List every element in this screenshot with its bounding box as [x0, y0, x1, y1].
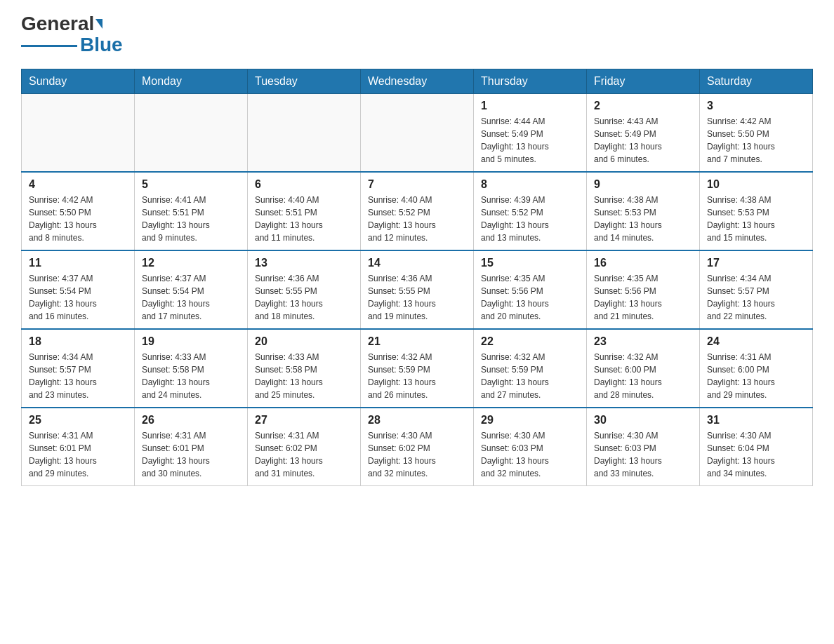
- day-number: 27: [255, 414, 353, 427]
- day-info: Sunrise: 4:39 AM Sunset: 5:52 PM Dayligh…: [481, 194, 579, 244]
- day-number: 12: [142, 257, 240, 269]
- day-info: Sunrise: 4:36 AM Sunset: 5:55 PM Dayligh…: [368, 272, 466, 323]
- day-info: Sunrise: 4:33 AM Sunset: 5:58 PM Dayligh…: [142, 351, 240, 401]
- calendar-cell: 30Sunrise: 4:30 AM Sunset: 6:03 PM Dayli…: [587, 408, 700, 486]
- calendar-cell: 7Sunrise: 4:40 AM Sunset: 5:52 PM Daylig…: [361, 172, 474, 250]
- calendar-cell: 17Sunrise: 4:34 AM Sunset: 5:57 PM Dayli…: [700, 250, 813, 329]
- day-number: 7: [368, 178, 466, 191]
- day-number: 9: [594, 178, 692, 191]
- day-number: 6: [255, 178, 353, 191]
- day-info: Sunrise: 4:40 AM Sunset: 5:51 PM Dayligh…: [255, 194, 353, 244]
- calendar-cell: 14Sunrise: 4:36 AM Sunset: 5:55 PM Dayli…: [361, 250, 474, 329]
- calendar-cell: 28Sunrise: 4:30 AM Sunset: 6:02 PM Dayli…: [361, 408, 474, 486]
- header-day-saturday: Saturday: [700, 69, 813, 94]
- day-number: 11: [29, 257, 127, 269]
- calendar-cell: [361, 94, 474, 173]
- week-row-5: 25Sunrise: 4:31 AM Sunset: 6:01 PM Dayli…: [22, 408, 813, 486]
- calendar-cell: 31Sunrise: 4:30 AM Sunset: 6:04 PM Dayli…: [700, 408, 813, 486]
- day-info: Sunrise: 4:35 AM Sunset: 5:56 PM Dayligh…: [481, 272, 579, 323]
- calendar-cell: 27Sunrise: 4:31 AM Sunset: 6:02 PM Dayli…: [248, 408, 361, 486]
- day-info: Sunrise: 4:30 AM Sunset: 6:02 PM Dayligh…: [368, 429, 466, 480]
- day-info: Sunrise: 4:31 AM Sunset: 6:02 PM Dayligh…: [255, 429, 353, 480]
- calendar-cell: 20Sunrise: 4:33 AM Sunset: 5:58 PM Dayli…: [248, 329, 361, 408]
- calendar-cell: 8Sunrise: 4:39 AM Sunset: 5:52 PM Daylig…: [474, 172, 587, 250]
- day-info: Sunrise: 4:30 AM Sunset: 6:04 PM Dayligh…: [707, 429, 805, 480]
- day-info: Sunrise: 4:42 AM Sunset: 5:50 PM Dayligh…: [29, 194, 127, 244]
- week-row-2: 4Sunrise: 4:42 AM Sunset: 5:50 PM Daylig…: [22, 172, 813, 250]
- calendar-cell: 21Sunrise: 4:32 AM Sunset: 5:59 PM Dayli…: [361, 329, 474, 408]
- calendar-cell: 23Sunrise: 4:32 AM Sunset: 6:00 PM Dayli…: [587, 329, 700, 408]
- day-number: 14: [368, 257, 466, 269]
- day-number: 29: [481, 414, 579, 427]
- day-info: Sunrise: 4:34 AM Sunset: 5:57 PM Dayligh…: [29, 351, 127, 401]
- calendar-cell: 19Sunrise: 4:33 AM Sunset: 5:58 PM Dayli…: [135, 329, 248, 408]
- logo-text-general: General: [21, 14, 94, 34]
- day-number: 16: [594, 257, 692, 269]
- calendar-cell: 13Sunrise: 4:36 AM Sunset: 5:55 PM Dayli…: [248, 250, 361, 329]
- header-day-monday: Monday: [135, 69, 248, 94]
- day-info: Sunrise: 4:35 AM Sunset: 5:56 PM Dayligh…: [594, 272, 692, 323]
- day-info: Sunrise: 4:32 AM Sunset: 6:00 PM Dayligh…: [594, 351, 692, 401]
- calendar-cell: 16Sunrise: 4:35 AM Sunset: 5:56 PM Dayli…: [587, 250, 700, 329]
- day-info: Sunrise: 4:37 AM Sunset: 5:54 PM Dayligh…: [29, 272, 127, 323]
- day-info: Sunrise: 4:32 AM Sunset: 5:59 PM Dayligh…: [368, 351, 466, 401]
- day-info: Sunrise: 4:44 AM Sunset: 5:49 PM Dayligh…: [481, 115, 579, 166]
- day-number: 17: [707, 257, 805, 269]
- day-info: Sunrise: 4:32 AM Sunset: 5:59 PM Dayligh…: [481, 351, 579, 401]
- day-number: 31: [707, 414, 805, 427]
- calendar-cell: 24Sunrise: 4:31 AM Sunset: 6:00 PM Dayli…: [700, 329, 813, 408]
- day-info: Sunrise: 4:42 AM Sunset: 5:50 PM Dayligh…: [707, 115, 805, 166]
- day-info: Sunrise: 4:31 AM Sunset: 6:00 PM Dayligh…: [707, 351, 805, 401]
- day-info: Sunrise: 4:36 AM Sunset: 5:55 PM Dayligh…: [255, 272, 353, 323]
- header-day-friday: Friday: [587, 69, 700, 94]
- logo-triangle-icon: [95, 19, 102, 29]
- week-row-1: 1Sunrise: 4:44 AM Sunset: 5:49 PM Daylig…: [22, 94, 813, 173]
- logo-line: [21, 45, 77, 47]
- calendar-cell: 18Sunrise: 4:34 AM Sunset: 5:57 PM Dayli…: [22, 329, 135, 408]
- day-info: Sunrise: 4:41 AM Sunset: 5:51 PM Dayligh…: [142, 194, 240, 244]
- logo-text-blue: Blue: [80, 35, 123, 55]
- day-info: Sunrise: 4:31 AM Sunset: 6:01 PM Dayligh…: [29, 429, 127, 480]
- day-number: 19: [142, 335, 240, 348]
- calendar-cell: 9Sunrise: 4:38 AM Sunset: 5:53 PM Daylig…: [587, 172, 700, 250]
- day-info: Sunrise: 4:40 AM Sunset: 5:52 PM Dayligh…: [368, 194, 466, 244]
- day-number: 25: [29, 414, 127, 427]
- calendar-cell: 25Sunrise: 4:31 AM Sunset: 6:01 PM Dayli…: [22, 408, 135, 486]
- day-number: 1: [481, 100, 579, 112]
- calendar-cell: 5Sunrise: 4:41 AM Sunset: 5:51 PM Daylig…: [135, 172, 248, 250]
- day-number: 20: [255, 335, 353, 348]
- day-info: Sunrise: 4:30 AM Sunset: 6:03 PM Dayligh…: [481, 429, 579, 480]
- day-info: Sunrise: 4:38 AM Sunset: 5:53 PM Dayligh…: [594, 194, 692, 244]
- calendar-cell: 22Sunrise: 4:32 AM Sunset: 5:59 PM Dayli…: [474, 329, 587, 408]
- calendar-cell: [22, 94, 135, 173]
- calendar-cell: 15Sunrise: 4:35 AM Sunset: 5:56 PM Dayli…: [474, 250, 587, 329]
- day-number: 26: [142, 414, 240, 427]
- calendar-cell: 26Sunrise: 4:31 AM Sunset: 6:01 PM Dayli…: [135, 408, 248, 486]
- day-number: 18: [29, 335, 127, 348]
- calendar-table: SundayMondayTuesdayWednesdayThursdayFrid…: [21, 69, 813, 486]
- day-number: 21: [368, 335, 466, 348]
- calendar-cell: [248, 94, 361, 173]
- day-info: Sunrise: 4:31 AM Sunset: 6:01 PM Dayligh…: [142, 429, 240, 480]
- day-info: Sunrise: 4:43 AM Sunset: 5:49 PM Dayligh…: [594, 115, 692, 166]
- day-number: 5: [142, 178, 240, 191]
- calendar-cell: 6Sunrise: 4:40 AM Sunset: 5:51 PM Daylig…: [248, 172, 361, 250]
- week-row-4: 18Sunrise: 4:34 AM Sunset: 5:57 PM Dayli…: [22, 329, 813, 408]
- day-number: 28: [368, 414, 466, 427]
- calendar-cell: 1Sunrise: 4:44 AM Sunset: 5:49 PM Daylig…: [474, 94, 587, 173]
- day-number: 13: [255, 257, 353, 269]
- day-info: Sunrise: 4:34 AM Sunset: 5:57 PM Dayligh…: [707, 272, 805, 323]
- header-day-sunday: Sunday: [22, 69, 135, 94]
- calendar-cell: 12Sunrise: 4:37 AM Sunset: 5:54 PM Dayli…: [135, 250, 248, 329]
- calendar-cell: 3Sunrise: 4:42 AM Sunset: 5:50 PM Daylig…: [700, 94, 813, 173]
- day-number: 2: [594, 100, 692, 112]
- calendar-cell: 10Sunrise: 4:38 AM Sunset: 5:53 PM Dayli…: [700, 172, 813, 250]
- day-info: Sunrise: 4:37 AM Sunset: 5:54 PM Dayligh…: [142, 272, 240, 323]
- header-day-wednesday: Wednesday: [361, 69, 474, 94]
- calendar-cell: [135, 94, 248, 173]
- header-day-tuesday: Tuesday: [248, 69, 361, 94]
- day-number: 4: [29, 178, 127, 191]
- logo: General Blue: [21, 14, 123, 55]
- day-number: 3: [707, 100, 805, 112]
- calendar-cell: 11Sunrise: 4:37 AM Sunset: 5:54 PM Dayli…: [22, 250, 135, 329]
